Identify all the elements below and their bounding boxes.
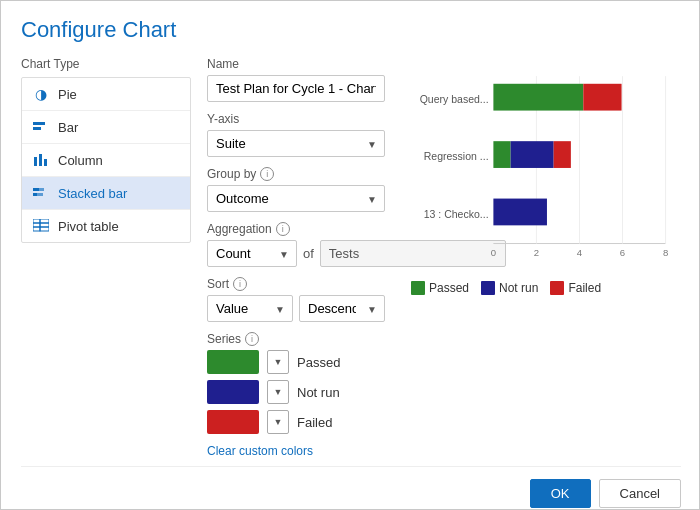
- svg-text:Regression ...: Regression ...: [424, 150, 489, 162]
- svg-rect-14: [40, 227, 49, 231]
- groupby-select[interactable]: Outcome: [207, 185, 385, 212]
- svg-rect-5: [33, 188, 39, 191]
- series-color-2[interactable]: [207, 410, 259, 434]
- sort-field-label: Sort i: [207, 277, 385, 291]
- aggregation-select[interactable]: Count: [207, 240, 297, 267]
- dialog-body: Chart Type ◑ Pie Bar Column: [21, 57, 681, 458]
- aggregation-of-label: of: [303, 246, 314, 261]
- svg-text:2: 2: [534, 247, 539, 258]
- svg-rect-29: [583, 84, 621, 111]
- series-dropdown-btn-0[interactable]: ▼: [267, 350, 289, 374]
- chart-type-pivot-table[interactable]: Pivot table: [22, 210, 190, 242]
- pie-icon: ◑: [32, 85, 50, 103]
- aggregation-info-icon: i: [276, 222, 290, 236]
- sort-info-icon: i: [233, 277, 247, 291]
- bar-icon: [32, 118, 50, 136]
- cancel-button[interactable]: Cancel: [599, 479, 681, 508]
- legend-color-2: [550, 281, 564, 295]
- legend-label-0: Passed: [429, 281, 469, 295]
- svg-text:Query based...: Query based...: [420, 93, 489, 105]
- pie-label: Pie: [58, 87, 77, 102]
- sort-order-select-wrapper: Descending ▼: [299, 295, 385, 322]
- legend-item-2: Failed: [550, 281, 601, 295]
- svg-rect-9: [33, 219, 40, 223]
- legend-item-0: Passed: [411, 281, 469, 295]
- svg-rect-3: [39, 154, 42, 166]
- chart-preview-panel: Query based... Regression ... 13 : Check…: [401, 57, 681, 458]
- series-item-0: ▼ Passed: [207, 350, 385, 374]
- chart-type-column[interactable]: Column: [22, 144, 190, 177]
- series-label: Series i: [207, 332, 385, 346]
- svg-rect-33: [493, 199, 547, 226]
- series-dropdown-btn-1[interactable]: ▼: [267, 380, 289, 404]
- legend-label-2: Failed: [568, 281, 601, 295]
- svg-rect-8: [37, 193, 43, 196]
- svg-rect-13: [33, 227, 40, 231]
- series-color-0[interactable]: [207, 350, 259, 374]
- series-item-1: ▼ Not run: [207, 380, 385, 404]
- dialog-title: Configure Chart: [21, 17, 681, 43]
- name-field-label: Name: [207, 57, 385, 71]
- pivot-table-icon: [32, 217, 50, 235]
- ok-button[interactable]: OK: [530, 479, 591, 508]
- chart-type-list: ◑ Pie Bar Column: [21, 77, 191, 243]
- series-label-0: Passed: [297, 355, 340, 370]
- groupby-field-label: Group by i: [207, 167, 385, 181]
- chart-type-panel: Chart Type ◑ Pie Bar Column: [21, 57, 191, 458]
- svg-rect-32: [554, 141, 571, 168]
- chart-type-pie[interactable]: ◑ Pie: [22, 78, 190, 111]
- svg-text:8: 8: [663, 247, 668, 258]
- svg-rect-1: [33, 127, 41, 130]
- svg-text:4: 4: [577, 247, 583, 258]
- series-info-icon: i: [245, 332, 259, 346]
- legend-label-1: Not run: [499, 281, 538, 295]
- column-label: Column: [58, 153, 103, 168]
- configure-chart-dialog: Configure Chart Chart Type ◑ Pie Bar: [1, 1, 700, 510]
- chart-type-bar[interactable]: Bar: [22, 111, 190, 144]
- sort-value-select[interactable]: Value: [207, 295, 293, 322]
- yaxis-select[interactable]: Suite: [207, 130, 385, 157]
- aggregation-field-label: Aggregation i: [207, 222, 385, 236]
- groupby-info-icon: i: [260, 167, 274, 181]
- pivot-table-label: Pivot table: [58, 219, 119, 234]
- series-label-1: Not run: [297, 385, 340, 400]
- bar-chart-svg: Query based... Regression ... 13 : Check…: [411, 57, 681, 277]
- series-section: Series i ▼ Passed ▼ Not run ▼ Failed Cle…: [207, 332, 385, 458]
- clear-custom-colors-link[interactable]: Clear custom colors: [207, 444, 313, 458]
- svg-rect-30: [493, 141, 510, 168]
- groupby-select-wrapper: Outcome ▼: [207, 185, 385, 212]
- aggregation-row: Count ▼ of: [207, 240, 385, 267]
- chart-type-label: Chart Type: [21, 57, 191, 71]
- chart-type-stacked-bar[interactable]: Stacked bar: [22, 177, 190, 210]
- series-label-2: Failed: [297, 415, 332, 430]
- svg-rect-31: [511, 141, 554, 168]
- svg-rect-28: [493, 84, 583, 111]
- legend-color-0: [411, 281, 425, 295]
- stacked-bar-icon: [32, 184, 50, 202]
- svg-rect-10: [40, 219, 49, 223]
- svg-text:6: 6: [620, 247, 625, 258]
- name-input[interactable]: [207, 75, 385, 102]
- legend-color-1: [481, 281, 495, 295]
- aggregation-select-wrapper: Count ▼: [207, 240, 297, 267]
- svg-text:13 : Checko...: 13 : Checko...: [424, 208, 489, 220]
- svg-rect-11: [33, 223, 40, 227]
- svg-text:0: 0: [491, 247, 496, 258]
- yaxis-select-wrapper: Suite ▼: [207, 130, 385, 157]
- stacked-bar-label: Stacked bar: [58, 186, 127, 201]
- series-color-1[interactable]: [207, 380, 259, 404]
- svg-rect-12: [40, 223, 49, 227]
- series-items: ▼ Passed ▼ Not run ▼ Failed: [207, 350, 385, 434]
- sort-row: Value ▼ Descending ▼: [207, 295, 385, 322]
- sort-order-select[interactable]: Descending: [299, 295, 385, 322]
- svg-rect-7: [33, 193, 37, 196]
- series-item-2: ▼ Failed: [207, 410, 385, 434]
- legend-item-1: Not run: [481, 281, 538, 295]
- svg-rect-6: [39, 188, 44, 191]
- svg-rect-0: [33, 122, 45, 125]
- dialog-footer: OK Cancel: [21, 466, 681, 508]
- yaxis-field-label: Y-axis: [207, 112, 385, 126]
- series-dropdown-btn-2[interactable]: ▼: [267, 410, 289, 434]
- bar-label: Bar: [58, 120, 78, 135]
- svg-rect-2: [34, 157, 37, 166]
